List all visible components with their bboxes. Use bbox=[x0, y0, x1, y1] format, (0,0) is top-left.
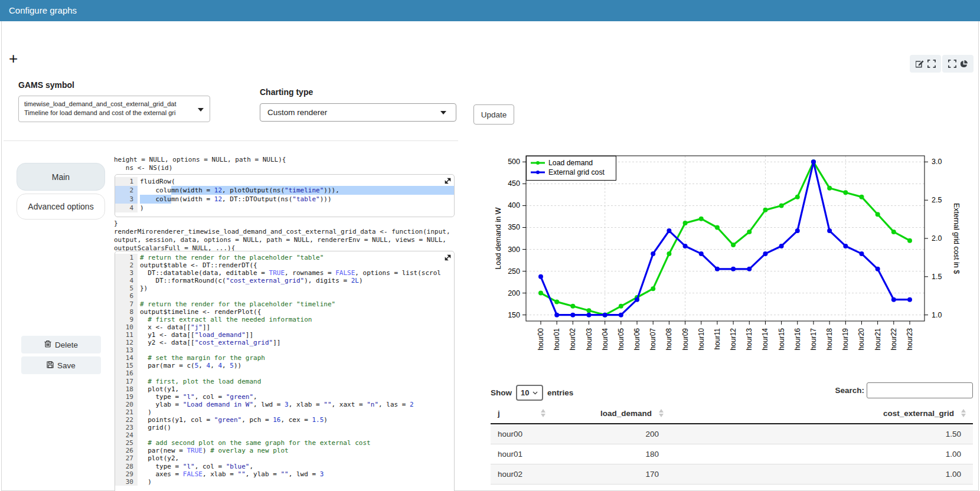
code-line: height = NULL, options = NULL, path = NU… bbox=[114, 156, 286, 164]
y-tick-label: 150 bbox=[508, 311, 520, 319]
editor-line: 2 column(width = 12, plotOutput(ns("time… bbox=[115, 186, 454, 195]
table-cell[interactable]: hour00 bbox=[491, 424, 553, 444]
x-tick-label: hour14 bbox=[761, 328, 769, 351]
expand-editor-icon[interactable] bbox=[445, 178, 451, 186]
line-number: 4 bbox=[115, 204, 138, 212]
charting-type-select[interactable]: Custom renderer bbox=[260, 103, 456, 122]
charting-type-value: Custom renderer bbox=[267, 108, 327, 117]
table-cell[interactable]: 1.00 bbox=[671, 485, 973, 491]
editor-line: 14 # set the margin for the graph bbox=[115, 354, 454, 362]
delete-button[interactable]: Delete bbox=[21, 336, 101, 353]
legend-label: Load demand bbox=[548, 159, 593, 167]
table-cell[interactable]: hour01 bbox=[491, 444, 553, 464]
table-row: hour011801.00 bbox=[491, 444, 973, 464]
y-tick-label: 2.0 bbox=[932, 234, 942, 243]
editor-line: 11 y1 <- data[["load_demand"]] bbox=[115, 331, 454, 339]
column-header-label: load_demand bbox=[600, 409, 652, 418]
timeline-chart-container: 150200250300350400450500Load demand in W… bbox=[471, 139, 980, 356]
table-cell[interactable]: 1.00 bbox=[671, 444, 973, 464]
column-header-j[interactable]: j bbox=[491, 404, 553, 424]
tab-main[interactable]: Main bbox=[17, 163, 105, 191]
x-tick-label: hour00 bbox=[537, 328, 545, 351]
table-cell[interactable]: 1.50 bbox=[671, 424, 973, 444]
editor-line: 5}) bbox=[115, 284, 454, 292]
editor-line: 1# return the render for the placeholder… bbox=[115, 254, 454, 261]
edit-fullscreen-button[interactable] bbox=[910, 55, 941, 73]
table-row: hour002001.50 bbox=[491, 424, 973, 444]
editor-line: 3 DT::datatable(data, editable = TRUE, r… bbox=[115, 269, 454, 277]
line-number: 4 bbox=[115, 277, 138, 284]
table-cell[interactable]: 1.00 bbox=[671, 464, 973, 485]
editor-line: 6 bbox=[115, 292, 454, 300]
view-toggle-group bbox=[910, 55, 974, 73]
line-number: 3 bbox=[115, 269, 138, 277]
table-cell[interactable]: hour03 bbox=[491, 485, 553, 491]
y-tick-label: 350 bbox=[508, 223, 520, 231]
divider bbox=[4, 140, 458, 141]
expand-icon bbox=[948, 60, 956, 68]
line-number: 17 bbox=[115, 378, 138, 385]
column-header-load_demand[interactable]: load_demand bbox=[553, 404, 671, 424]
render-code-editor[interactable]: 1# return the render for the placeholder… bbox=[115, 251, 455, 491]
x-tick-label: hour16 bbox=[793, 328, 802, 351]
code-line: output, session, data, options = NULL, p… bbox=[114, 236, 450, 244]
tab-advanced-options-label: Advanced options bbox=[28, 202, 93, 211]
line-number: 1 bbox=[115, 177, 138, 186]
table-header-row: jload_demandcost_external_grid bbox=[491, 404, 973, 424]
fullscreen-chart-button[interactable] bbox=[942, 55, 974, 73]
x-tick-label: hour15 bbox=[778, 328, 786, 351]
y-tick-label: 300 bbox=[508, 245, 520, 254]
table-cell[interactable]: 200 bbox=[553, 424, 671, 444]
ui-code-editor[interactable]: 1fluidRow(2 column(width = 12, plotOutpu… bbox=[115, 174, 455, 217]
gams-symbol-select[interactable]: timewise_load_demand_and_cost_external_g… bbox=[18, 96, 210, 122]
sort-icon[interactable] bbox=[541, 409, 545, 417]
line-number: 19 bbox=[115, 393, 138, 401]
show-label: Show bbox=[491, 388, 512, 397]
add-graph-button[interactable]: + bbox=[9, 51, 18, 66]
x-tick-label: hour22 bbox=[890, 328, 898, 351]
column-header-cost_external_grid[interactable]: cost_external_grid bbox=[671, 404, 973, 424]
table-cell[interactable]: 160 bbox=[553, 485, 671, 491]
line-number: 16 bbox=[115, 369, 138, 377]
line-number: 14 bbox=[115, 354, 138, 362]
sort-icon[interactable] bbox=[659, 409, 664, 417]
editor-line: 4) bbox=[115, 204, 454, 212]
page-length-select[interactable]: 10 bbox=[516, 385, 543, 401]
table-cell[interactable]: hour02 bbox=[491, 464, 553, 485]
editor-line: 26 par(new = TRUE) # overlay a new plot bbox=[115, 447, 454, 454]
x-tick-label: hour12 bbox=[729, 328, 737, 351]
search-label: Search: bbox=[835, 386, 864, 395]
editor-line: 29 axes = FALSE, xlab = "", ylab = "", l… bbox=[115, 470, 454, 478]
edit-icon bbox=[916, 60, 925, 68]
editor-line: 8output$timeline <- renderPlot({ bbox=[115, 308, 454, 316]
table-cell[interactable]: 170 bbox=[553, 464, 671, 485]
table-cell[interactable]: 180 bbox=[553, 444, 671, 464]
y-tick-label: 2.5 bbox=[932, 196, 942, 204]
update-button[interactable]: Update bbox=[473, 104, 514, 125]
tab-advanced-options[interactable]: Advanced options bbox=[17, 194, 105, 220]
x-axis: hour00hour01hour02hour03hour04hour05hour… bbox=[537, 321, 914, 350]
editor-line: 10 x <- data[["j"]] bbox=[115, 323, 454, 331]
editor-line: 30 ) bbox=[115, 478, 454, 486]
chevron-down-icon bbox=[440, 111, 446, 114]
editor-line: 2output$table <- DT::renderDT({ bbox=[115, 261, 454, 269]
editor-line: 20 ylab = "Load demand in W", lwd = 3, x… bbox=[115, 401, 454, 408]
x-tick-label: hour23 bbox=[906, 328, 914, 351]
save-button[interactable]: Save bbox=[21, 356, 101, 374]
line-number: 5 bbox=[115, 284, 138, 292]
editor-line: 18 plot(y1, bbox=[115, 385, 454, 393]
line-number: 1 bbox=[115, 254, 138, 261]
editor-line: 28 type = "l", col = "blue", bbox=[115, 463, 454, 470]
sort-icon[interactable] bbox=[961, 409, 966, 417]
line-number: 22 bbox=[115, 416, 138, 424]
editor-line: 22 points(y1, col = "green", pch = 16, c… bbox=[115, 416, 454, 424]
chevron-down-icon bbox=[533, 391, 538, 395]
series-external-grid-cost bbox=[538, 159, 912, 317]
table-controls: Show 10 entries Search: bbox=[491, 380, 973, 404]
timeline-chart: 150200250300350400450500Load demand in W… bbox=[471, 139, 980, 356]
expand-editor-icon[interactable] bbox=[445, 254, 451, 263]
line-number: 2 bbox=[115, 261, 138, 269]
editor-line: 15 par(mar = c(5, 4, 4, 5)) bbox=[115, 362, 454, 369]
x-tick-label: hour18 bbox=[825, 328, 834, 351]
search-input[interactable] bbox=[867, 382, 973, 398]
